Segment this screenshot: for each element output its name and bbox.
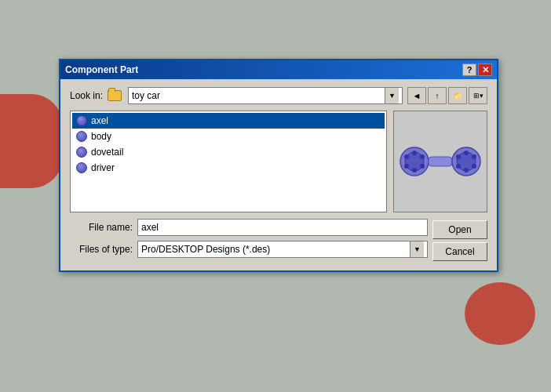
file-icon bbox=[75, 114, 88, 127]
files-of-type-select[interactable]: Pro/DESKTOP Designs (*.des) ▼ bbox=[137, 241, 428, 258]
des-icon bbox=[76, 131, 87, 142]
close-button[interactable]: ✕ bbox=[478, 64, 492, 76]
svg-point-2 bbox=[404, 154, 409, 159]
svg-point-7 bbox=[412, 168, 417, 172]
help-button[interactable]: ? bbox=[462, 64, 476, 76]
look-in-label: Look in: bbox=[70, 90, 103, 101]
list-item[interactable]: body bbox=[72, 129, 385, 144]
file-name-row: File name: bbox=[70, 219, 428, 236]
look-in-dropdown-arrow: ▼ bbox=[385, 88, 399, 103]
files-type-row: Files of type: Pro/DESKTOP Designs (*.de… bbox=[70, 241, 428, 258]
svg-point-4 bbox=[404, 164, 409, 169]
file-name: axel bbox=[91, 115, 108, 126]
title-bar: Component Part ? ✕ bbox=[60, 60, 497, 79]
cancel-button[interactable]: Cancel bbox=[432, 242, 487, 261]
look-in-row: Look in: toy car ▼ ◄ ↑ 📁 ⊞▾ bbox=[70, 87, 487, 104]
back-icon: ◄ bbox=[413, 91, 421, 100]
bg-shape-left bbox=[0, 94, 63, 188]
up-icon: ↑ bbox=[436, 92, 440, 100]
file-name: dovetail bbox=[91, 147, 123, 158]
new-folder-button[interactable]: 📁 bbox=[448, 87, 467, 104]
action-buttons: Open Cancel bbox=[432, 220, 487, 261]
preview-box bbox=[393, 111, 487, 212]
view-button[interactable]: ⊞▾ bbox=[469, 87, 487, 104]
open-button[interactable]: Open bbox=[432, 220, 487, 239]
des-icon bbox=[76, 162, 87, 173]
svg-point-15 bbox=[464, 151, 469, 155]
svg-point-6 bbox=[412, 151, 417, 155]
svg-point-5 bbox=[420, 164, 425, 169]
file-icon bbox=[75, 162, 88, 174]
up-button[interactable]: ↑ bbox=[428, 87, 447, 104]
dialog-title: Component Part bbox=[65, 64, 138, 75]
bg-shape-right bbox=[465, 282, 535, 345]
title-bar-buttons: ? ✕ bbox=[462, 64, 492, 76]
svg-rect-8 bbox=[429, 157, 452, 166]
look-in-value: toy car bbox=[132, 90, 385, 101]
preview-image bbox=[397, 122, 483, 201]
bottom-area: File name: Files of type: Pro/DESKTOP De… bbox=[70, 219, 487, 263]
svg-point-16 bbox=[464, 168, 469, 172]
des-icon bbox=[76, 147, 87, 158]
folder-icon bbox=[108, 90, 122, 101]
list-item[interactable]: axel bbox=[72, 113, 385, 129]
file-name: driver bbox=[91, 162, 115, 173]
new-folder-icon: 📁 bbox=[454, 92, 462, 100]
file-name-input[interactable] bbox=[137, 219, 428, 236]
files-of-type-value: Pro/DESKTOP Designs (*.des) bbox=[141, 244, 410, 255]
file-icon bbox=[75, 130, 88, 143]
files-of-type-arrow: ▼ bbox=[410, 241, 424, 257]
toolbar-buttons: ◄ ↑ 📁 ⊞▾ bbox=[407, 87, 487, 104]
bottom-forms: File name: Files of type: Pro/DESKTOP De… bbox=[70, 219, 428, 263]
svg-point-12 bbox=[472, 154, 476, 159]
list-item[interactable]: dovetail bbox=[72, 144, 385, 160]
view-icon: ⊞▾ bbox=[473, 92, 483, 100]
main-area: axel body dovetail bbox=[70, 111, 487, 212]
dialog-body: Look in: toy car ▼ ◄ ↑ 📁 ⊞▾ bbox=[60, 79, 497, 270]
svg-point-11 bbox=[456, 154, 461, 159]
file-name: body bbox=[91, 131, 111, 142]
des-icon bbox=[76, 115, 87, 126]
svg-point-3 bbox=[420, 154, 425, 159]
file-name-label: File name: bbox=[70, 222, 133, 233]
back-button[interactable]: ◄ bbox=[407, 87, 426, 104]
look-in-select[interactable]: toy car ▼ bbox=[128, 87, 403, 104]
svg-point-14 bbox=[472, 164, 476, 169]
component-part-dialog: Component Part ? ✕ Look in: toy car ▼ ◄ … bbox=[59, 59, 498, 272]
file-icon bbox=[75, 146, 88, 158]
list-item[interactable]: driver bbox=[72, 160, 385, 176]
svg-point-13 bbox=[456, 164, 461, 169]
file-list[interactable]: axel body dovetail bbox=[70, 111, 387, 212]
files-of-type-label: Files of type: bbox=[70, 244, 133, 255]
